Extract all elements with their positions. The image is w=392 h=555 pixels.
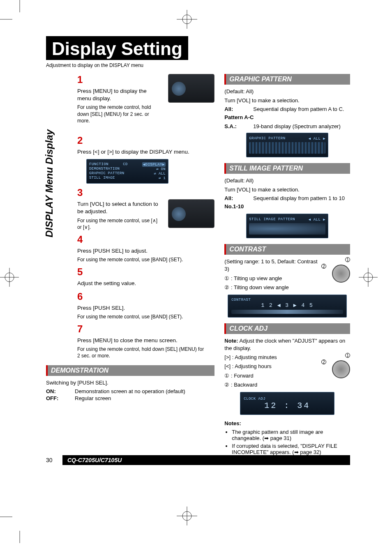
demonstration-on-term: ON: [46,388,75,394]
lcd-row-2-value: ⇌ ALL [154,171,166,176]
clock-note: Note: Adjust the clock when "ADJUST" app… [224,337,350,352]
gp-default: (Default: All) [224,88,350,95]
contrast-knob-diagram: 12 [321,258,350,283]
si-display-value: ◀ ALL ▶ [309,217,325,222]
device-illustration-2 [168,199,214,228]
svg-point-5 [5,273,14,282]
notes-heading: Notes: [224,420,350,427]
step-1-note: For using the remote control, hold down … [77,104,159,124]
step-2-text: Press [<] or [>] to display the DISPLAY … [77,148,207,156]
section-graphic-pattern: GRAPHIC PATTERN [224,74,350,85]
step-4-text: Press [PUSH SEL] to adjust. [77,248,148,254]
step-6-text: Press [PUSH SEL]. [77,305,125,311]
step-7: 7 Press [MENU] to close the menu screen.… [77,323,214,359]
step-6: 6 Press [PUSH SEL]. For using the remote… [77,291,214,320]
si-display-title: STILL IMAGE PATTERN [249,217,295,222]
step-3-note: For using the remote control, use [∧] or… [77,217,159,230]
demonstration-off-def: Regular screen [75,395,214,401]
demonstration-intro: Switching by [PUSH SEL]. [46,379,214,387]
contrast-display-title: CONTRAST [231,298,251,302]
step-3-text: Turn [VOL] to select a function to be ad… [77,201,158,214]
gp-sa-def: 19-band display (Spectrum analyzer) [253,123,350,129]
step-7-num: 7 [77,323,86,335]
notes-list: The graphic pattern and still image are … [224,429,350,455]
step-7-text: Press [MENU] to close the menu screen. [77,337,178,343]
lcd-row-2-label: GRAPHIC PATTERN [89,171,125,176]
clock-r4: ② : Backward [224,381,350,389]
gp-display-title: GRAPHIC PATTERN [249,136,286,141]
step-1-num: 1 [77,74,86,85]
step-6-num: 6 [77,291,86,302]
clock-knob-diagram: 12 [321,354,350,378]
lcd-row-3-value: ⇌ 1 [159,176,166,180]
lcd-tab-function: FUNCTION [89,162,108,167]
si-instr: Turn [VOL] to make a selection. [224,186,350,193]
gp-instr: Turn [VOL] to make a selection. [224,97,350,104]
section-still-image: STILL IMAGE PATTERN [224,163,350,174]
demonstration-on-row: ON: Demonstration screen at no operation… [46,388,214,394]
gp-all-term: All: [224,106,253,112]
step-2: 2 Press [<] or [>] to display the DISPLA… [77,135,214,156]
step-4-num: 4 [77,234,86,245]
gp-pattern-heading: Pattern A-C [224,114,350,121]
gp-sa-term: S.A.: [224,123,253,129]
step-5: 5 Adjust the setting value. [77,266,214,287]
svg-point-8 [364,273,373,282]
section-contrast: CONTRAST [224,244,350,255]
step-4-note: For using the remote control, use [BAND]… [77,256,207,263]
page-number: 30 [46,457,62,463]
si-all-term: All: [224,195,253,201]
step-1: 1 Press [MENU] to display the menu displ… [77,74,214,124]
section-clock: CLOCK ADJ [224,323,350,334]
lcd-display-menu: FUNCTION CD ◀DISPLAY▶ DEMONSTRATION⇌ ON … [86,159,168,184]
demonstration-off-term: OFF: [46,395,75,401]
svg-point-11 [182,511,191,520]
lcd-row-1-value: ⇌ ON [156,167,166,171]
lcd-tab-cd: CD [123,162,128,167]
contrast-display-values: 1 2 ◀ 3 ▶ 4 5 [231,302,343,309]
gp-display: GRAPHIC PATTERN◀ ALL ▶ [246,133,328,157]
si-no-heading: No.1-10 [224,203,350,210]
step-4: 4 Press [PUSH SEL] to adjust. For using … [77,234,214,263]
gp-all-def: Sequential display from pattern A to C. [253,106,350,112]
si-all-def: Sequential display from pattern 1 to 10 [253,195,350,201]
step-3: 3 Turn [VOL] to select a function to be … [77,187,214,230]
clock-display: CLOCK ADJ 12 : 34 [240,392,334,415]
lcd-tab-display: ◀DISPLAY▶ [142,162,166,167]
lcd-row-3-label: STILL IMAGE [89,176,115,180]
clock-display-time: 12 : 34 [244,401,331,410]
model-number: CQ-C7205U/C7105U [62,455,350,465]
notes-item-2: If corrupted data is selected, "DISPLAY … [232,443,350,455]
step-1-text: Press [MENU] to display the menu display… [77,88,147,101]
sidebar-label: DISPLAY Menu Display [44,129,55,237]
svg-point-2 [182,15,191,24]
demonstration-off-row: OFF: Regular screen [46,395,214,401]
section-demonstration: DEMONSTRATION [46,365,214,376]
gp-display-value: ◀ ALL ▶ [309,136,325,141]
clock-display-title: CLOCK ADJ [244,397,265,401]
page-title: Display Setting [46,36,188,60]
step-3-num: 3 [77,187,86,198]
demonstration-on-def: Demonstration screen at no operation (de… [75,388,214,394]
notes-item-1: The graphic pattern and still image are … [232,429,350,441]
step-6-note: For using the remote control, use [BAND]… [77,313,207,320]
lcd-row-1-label: DEMONSTRATION [89,167,120,171]
step-5-text: Adjust the setting value. [77,280,207,287]
si-default: (Default: All) [224,177,350,184]
step-5-num: 5 [77,266,86,278]
device-illustration-1 [168,74,214,103]
si-display: STILL IMAGE PATTERN◀ ALL ▶ [246,214,328,238]
step-2-num: 2 [77,135,86,146]
contrast-opt2: ② : Tilting down view angle [224,284,350,291]
page-subtitle: Adjustment to display on the DISPLAY men… [46,62,350,68]
step-7-note: For using the remote control, hold down … [77,346,207,359]
contrast-display: CONTRAST 1 2 ◀ 3 ▶ 4 5 [228,295,347,318]
